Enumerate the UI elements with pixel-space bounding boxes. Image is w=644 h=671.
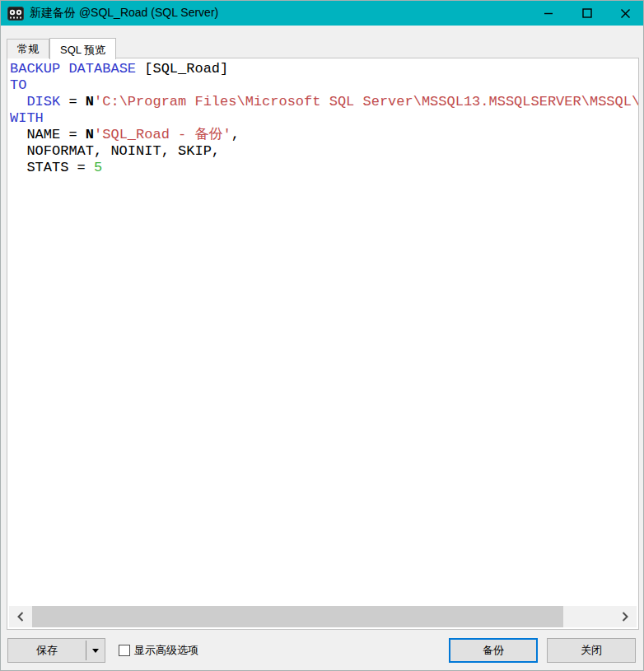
code-line: TO xyxy=(10,77,638,94)
close-icon[interactable] xyxy=(606,1,644,26)
scrollbar-track[interactable] xyxy=(32,606,614,627)
horizontal-scrollbar[interactable] xyxy=(9,606,637,627)
show-advanced-options-checkbox[interactable] xyxy=(119,645,130,656)
backup-button[interactable]: 备份 xyxy=(449,638,538,663)
tab-sql-preview[interactable]: SQL 预览 xyxy=(49,38,116,59)
scrollbar-thumb[interactable] xyxy=(32,606,563,627)
title-bar: 新建备份 @SQL_Road (SQL Server) xyxy=(1,1,644,26)
code-line: WITH xyxy=(10,110,638,127)
maximize-icon[interactable] xyxy=(567,1,606,26)
checkbox-label: 显示高级选项 xyxy=(134,643,198,658)
minimize-icon[interactable] xyxy=(529,1,567,26)
scroll-right-button[interactable] xyxy=(614,606,637,627)
sql-editor[interactable]: BACKUP DATABASE [SQL_Road]TO DISK = N'C:… xyxy=(10,61,638,176)
window-title: 新建备份 @SQL_Road (SQL Server) xyxy=(30,6,218,21)
code-line: DISK = N'C:\Program Files\Microsoft SQL … xyxy=(10,94,638,110)
chevron-right-icon xyxy=(622,612,628,622)
save-dropdown-button[interactable] xyxy=(86,639,105,662)
scroll-left-button[interactable] xyxy=(9,606,32,627)
backup-dialog-window: 新建备份 @SQL_Road (SQL Server) 常规 SQL 预览 BA… xyxy=(0,0,644,671)
caret-down-icon xyxy=(92,649,99,653)
footer-bar: 保存 显示高级选项 备份 关闭 xyxy=(1,634,644,671)
tab-bar: 常规 SQL 预览 xyxy=(7,37,116,58)
sql-preview-panel: BACKUP DATABASE [SQL_Road]TO DISK = N'C:… xyxy=(7,58,639,630)
chevron-left-icon xyxy=(17,612,24,622)
code-line: STATS = 5 xyxy=(10,160,638,176)
backup-cassette-icon xyxy=(7,6,25,21)
save-split-button: 保存 xyxy=(7,638,105,663)
tab-general[interactable]: 常规 xyxy=(7,39,49,58)
close-button[interactable]: 关闭 xyxy=(547,638,636,663)
code-line: BACKUP DATABASE [SQL_Road] xyxy=(10,61,638,77)
window-controls xyxy=(529,1,644,26)
save-button[interactable]: 保存 xyxy=(8,639,86,662)
code-line: NAME = N'SQL_Road - 备份', xyxy=(10,127,638,143)
advanced-options-row: 显示高级选项 xyxy=(119,643,198,658)
code-line: NOFORMAT, NOINIT, SKIP, xyxy=(10,143,638,160)
